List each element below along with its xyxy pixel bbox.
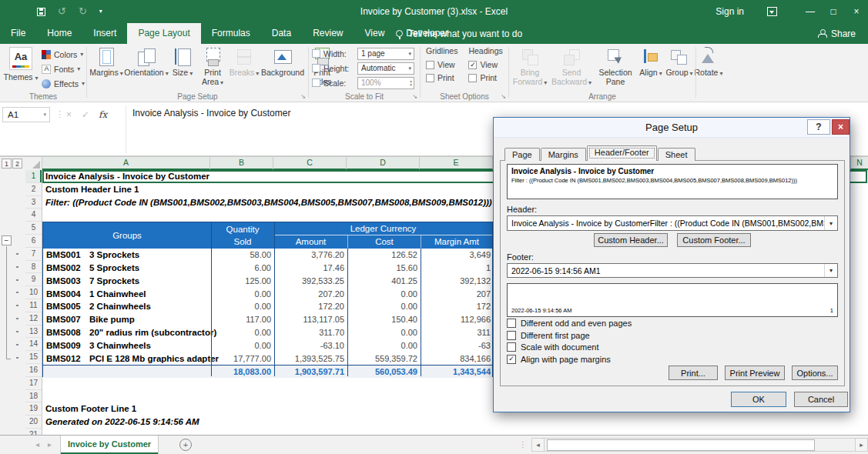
row-header[interactable]: 18: [25, 390, 42, 403]
outline-level-2-button[interactable]: 2: [12, 159, 22, 169]
cancel-entry-icon[interactable]: ×: [66, 109, 72, 120]
totals-row[interactable]: 18,083.00 1,903,597.71 560,053.49 1,343,…: [43, 365, 492, 378]
ribbon-tab[interactable]: Insert: [82, 23, 127, 44]
column-header[interactable]: D: [347, 157, 420, 170]
field-input[interactable]: 100% ▾ ▴▾: [357, 77, 414, 89]
column-header[interactable]: A: [42, 157, 210, 170]
sheet-options-launcher-icon[interactable]: ↘: [501, 94, 506, 100]
bring-forward-button[interactable]: Bring Forward▾: [511, 45, 549, 93]
header-select[interactable]: Invoice Analysis - Invoice by CustomerFi…: [507, 215, 838, 231]
scrollbar-thumb[interactable]: [547, 439, 815, 451]
row-header[interactable]: 10: [25, 286, 42, 299]
themes-button[interactable]: Aa Themes ▾: [3, 46, 39, 92]
dialog-checkbox[interactable]: ✓ Different first page: [507, 331, 632, 340]
table-row[interactable]: BMS012PCI E 128 Mb graphics adapter 17,7…: [43, 352, 492, 366]
table-row[interactable]: BMS0037 Sprockets 125.00 392,533.25 401.…: [43, 275, 492, 288]
orientation-button[interactable]: Orientation▾: [124, 45, 169, 93]
fonts-button[interactable]: Fonts ▾: [40, 62, 86, 75]
select-all-button[interactable]: [25, 157, 42, 170]
print-checkbox[interactable]: ✓ Print: [468, 73, 502, 82]
row-header[interactable]: 12: [25, 312, 42, 325]
table-row[interactable]: BMS0041 Chainwheel 0.00 207.20 0.00 207: [43, 288, 492, 301]
page-setup-launcher-icon[interactable]: ↘: [300, 94, 306, 100]
row-header[interactable]: 13: [25, 325, 42, 339]
horizontal-scrollbar[interactable]: ◂ ▸: [531, 438, 868, 452]
footer-select[interactable]: 2022-06-15 9:14:56 AM1 ▾: [507, 263, 838, 278]
insert-function-icon[interactable]: fx: [99, 109, 107, 120]
options-button[interactable]: Options...: [792, 366, 838, 380]
row-header[interactable]: 1: [25, 170, 42, 183]
row-header[interactable]: 9: [25, 273, 42, 286]
scale-to-fit-launcher-icon[interactable]: ↘: [412, 94, 417, 100]
effects-button[interactable]: Effects ▾: [40, 77, 86, 90]
row-header[interactable]: 20: [25, 416, 42, 429]
sheet-nav-right-icon[interactable]: ▸: [48, 436, 52, 453]
dialog-tab[interactable]: Page: [504, 148, 540, 161]
dialog-tab[interactable]: Margins: [541, 148, 586, 161]
chevron-down-icon[interactable]: ▾: [43, 112, 49, 118]
column-header[interactable]: C: [273, 157, 347, 170]
cancel-button[interactable]: Cancel: [794, 392, 848, 407]
chevron-down-icon[interactable]: ▾: [408, 51, 414, 57]
row-header[interactable]: 5: [25, 222, 42, 235]
dialog-close-button[interactable]: ×: [832, 119, 850, 135]
view-checkbox[interactable]: ✓ View: [468, 60, 502, 69]
field-input[interactable]: 1 page ▾ ▴▾: [357, 48, 414, 60]
row-header[interactable]: 14: [25, 338, 42, 351]
table-row[interactable]: BMS0013 Sprockets 58.00 3,776.20 126.52 …: [43, 249, 492, 262]
background-button[interactable]: Background▾: [260, 45, 306, 93]
column-header[interactable]: E: [420, 157, 493, 170]
ribbon-tab[interactable]: Page Layout: [127, 23, 200, 44]
ribbon-tab[interactable]: Formulas: [201, 23, 261, 44]
group-button[interactable]: Group▾: [665, 45, 694, 93]
cell-a1[interactable]: Invoice Analysis - Invoice by Customer: [45, 170, 209, 183]
table-row[interactable]: BMS0025 Sprockets 6.00 17.46 15.60 1: [43, 262, 492, 275]
ribbon-tab[interactable]: Data: [261, 23, 302, 44]
row-header[interactable]: 6: [25, 235, 42, 248]
dialog-tab[interactable]: Sheet: [658, 148, 695, 161]
dialog-checkbox[interactable]: ✓ Align with page margins: [507, 355, 632, 364]
row-header[interactable]: 11: [25, 299, 42, 312]
print-area-button[interactable]: Print Area▾: [196, 45, 229, 93]
maximize-button[interactable]: □: [822, 0, 845, 23]
send-backward-button[interactable]: Send Backward▾: [549, 45, 594, 93]
print-preview-button[interactable]: Print Preview: [725, 366, 785, 380]
share-button[interactable]: Share: [810, 23, 863, 44]
dialog-help-button[interactable]: ?: [807, 119, 830, 135]
outline-level-1-button[interactable]: 1: [2, 159, 12, 169]
column-header-n[interactable]: N: [850, 157, 868, 170]
print-checkbox[interactable]: ✓ Print: [426, 73, 457, 82]
row-header[interactable]: 15: [25, 351, 42, 364]
field-input[interactable]: Automatic ▾ ▴▾: [357, 62, 414, 75]
spinner-icon[interactable]: ▴▾: [410, 79, 414, 87]
margins-button[interactable]: Margins▾: [89, 45, 124, 93]
print-button[interactable]: Print...: [669, 366, 718, 380]
ribbon-tab[interactable]: View: [354, 23, 396, 44]
scrollbar-track[interactable]: [545, 438, 855, 452]
row-header[interactable]: 17: [25, 377, 42, 390]
enter-entry-icon[interactable]: ✓: [82, 109, 89, 120]
cell-a3[interactable]: Filter: ((Product Code IN (BMS001,BMS002…: [45, 196, 492, 209]
tab-scroll-divider[interactable]: ⋮: [519, 436, 527, 453]
cell-a19[interactable]: Custom Footer Line 1: [45, 402, 136, 416]
sign-in-link[interactable]: Sign in: [716, 6, 744, 17]
minimize-button[interactable]: —: [799, 0, 822, 23]
name-box[interactable]: A1 ▾: [2, 107, 50, 122]
size-button[interactable]: Size▾: [169, 45, 196, 93]
dialog-titlebar[interactable]: Page Setup ? ×: [494, 118, 850, 138]
scroll-left-icon[interactable]: ◂: [531, 438, 545, 452]
table-row[interactable]: BMS007Bike pump 117.00 113,117.05 150.40…: [43, 313, 492, 326]
cell-a2[interactable]: Custom Header Line 1: [45, 183, 139, 196]
dialog-tab[interactable]: Header/Footer: [587, 145, 657, 161]
tell-me-box[interactable]: Tell me what you want to do: [396, 23, 522, 44]
align-button[interactable]: Align▾: [637, 45, 665, 93]
colors-button[interactable]: Colors ▾: [40, 48, 86, 61]
custom-footer-button[interactable]: Custom Footer...: [677, 233, 751, 247]
ribbon-tab[interactable]: File: [0, 23, 36, 44]
row-header[interactable]: 2: [25, 183, 42, 196]
selection-pane-button[interactable]: Selection Pane▾: [594, 45, 637, 93]
sheet-tab[interactable]: Invoice by Customer: [60, 436, 159, 454]
ribbon-tab[interactable]: Review: [302, 23, 354, 44]
cell-a20[interactable]: Generated on 2022-06-15 9:14:56 AM: [45, 416, 199, 429]
dialog-checkbox[interactable]: ✓ Scale with document: [507, 342, 632, 352]
